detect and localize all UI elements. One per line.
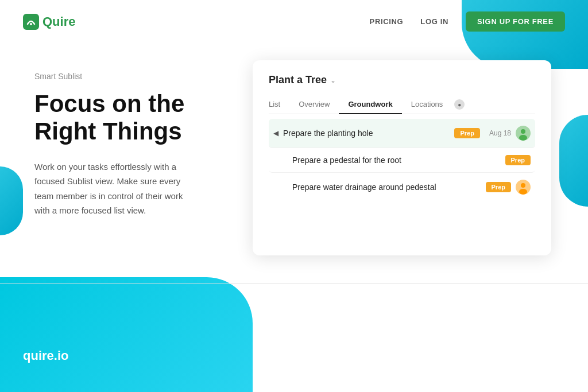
tab-list[interactable]: List [269,95,289,114]
task-name: Prepare the planting hole [283,129,450,138]
table-row: ◀ Prepare the planting hole Prep Aug 18 [269,119,535,148]
tasks-container: ◀ Prepare the planting hole Prep Aug 18 … [269,119,535,201]
pricing-link[interactable]: PRICING [370,17,404,26]
hero-title: Focus on the Right Things [34,90,218,146]
header: Quire PRICING LOG IN SIGN UP FOR FREE [0,0,588,43]
tab-groundwork[interactable]: Groundwork [339,95,401,114]
table-row: ◀ Prepare water drainage around pedestal… [269,173,535,201]
hero-title-line2: Right Things [34,118,182,145]
task-name: Prepare water drainage around pedestal [283,183,481,192]
task-badge: Prep [454,128,479,138]
bg-bottom-left-decoration [0,277,253,392]
tab-locations[interactable]: Locations [402,95,452,114]
svg-point-6 [521,183,525,188]
left-content: Smart Sublist Focus on the Right Things … [34,60,218,218]
avatar-image [516,180,531,195]
logo-icon [23,14,39,30]
svg-point-3 [521,129,525,134]
task-date: Aug 18 [489,129,511,137]
task-collapse-arrow[interactable]: ◀ [273,129,278,137]
chevron-down-icon: ⌄ [330,76,336,84]
signup-button[interactable]: SIGN UP FOR FREE [466,11,565,32]
logo[interactable]: Quire [23,14,75,30]
section-label: Smart Sublist [34,72,218,81]
hero-title-line1: Focus on the [34,90,184,117]
svg-point-7 [519,189,527,195]
avatar [516,126,531,141]
avatar [516,180,531,195]
login-link[interactable]: LOG IN [420,17,448,26]
card-header: Plant a Tree ⌄ [269,74,535,86]
main-nav: PRICING LOG IN SIGN UP FOR FREE [370,11,565,32]
tab-overview[interactable]: Overview [289,95,339,114]
card-title: Plant a Tree [269,74,327,86]
table-row: ◀ Prepare a pedestal for the root Prep [269,148,535,173]
task-name: Prepare a pedestal for the root [283,156,501,165]
footer-logo: quire.io [23,348,68,363]
settings-icon[interactable]: ● [454,99,465,110]
avatar-image [516,126,531,141]
hero-description: Work on your tasks effortlessly with a f… [34,160,195,218]
logo-text: Quire [42,14,75,29]
main-content: Smart Sublist Focus on the Right Things … [0,43,588,255]
task-badge: Prep [505,155,531,165]
svg-point-1 [30,23,32,25]
task-badge: Prep [486,182,511,192]
section-divider [0,284,588,284]
svg-point-4 [519,135,527,141]
task-card: Plant a Tree ⌄ List Overview Groundwork … [253,60,551,255]
card-tabs: List Overview Groundwork Locations ● [269,95,535,114]
